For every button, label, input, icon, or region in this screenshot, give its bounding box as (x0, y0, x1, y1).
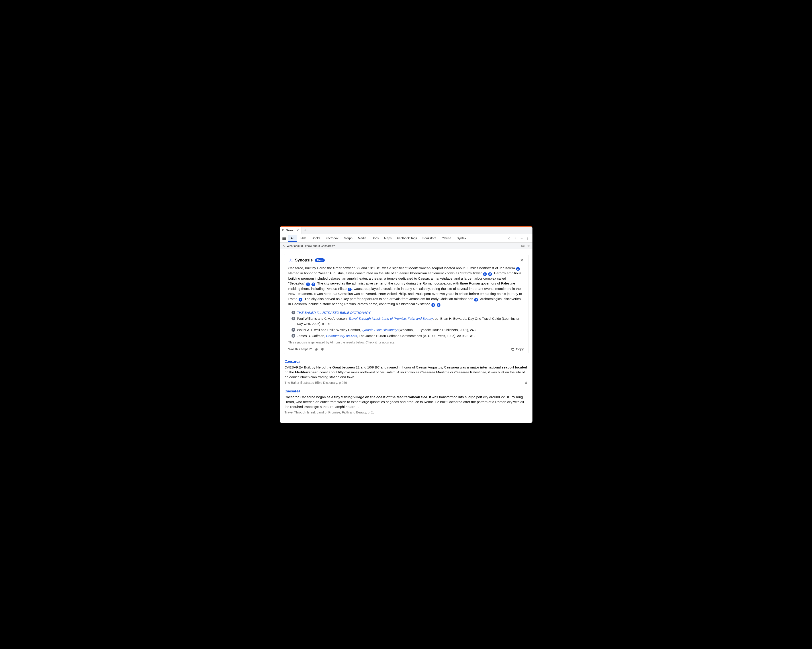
nav-dropdown-button[interactable] (519, 236, 525, 241)
reference-link[interactable]: THE BAKER ILLUSTRATED BIBLE DICTIONARY (297, 311, 371, 314)
result-title[interactable]: Caesarea (285, 389, 528, 393)
content-area: Synopsis New ✕ Caesarea, built by Herod … (280, 249, 533, 423)
reference-item: 1THE BAKER ILLUSTRATED BIBLE DICTIONARY. (292, 310, 524, 315)
keyboard-icon[interactable] (521, 245, 525, 247)
synopsis-footer: Was this helpful? Copy (288, 347, 524, 351)
toolbar-item-syntax[interactable]: Syntax (454, 235, 469, 242)
svg-line-1 (284, 231, 284, 231)
reference-item: 3Walter A. Elwell and Philip Wesley Comf… (292, 327, 524, 332)
svg-point-4 (527, 239, 528, 240)
svg-rect-12 (512, 349, 514, 350)
citation-badge-3[interactable]: 3 (348, 288, 352, 291)
star-icon[interactable]: ★ (527, 244, 530, 248)
synopsis-title: Synopsis (295, 258, 313, 262)
reference-list: 1THE BAKER ILLUSTRATED BIBLE DICTIONARY.… (292, 310, 524, 338)
results-list: CaesareaCAESAREA Built by Herod the Grea… (284, 360, 528, 414)
toolbar-item-bible[interactable]: Bible (297, 235, 309, 242)
close-synopsis-button[interactable]: ✕ (520, 258, 524, 262)
nav-back-button[interactable] (506, 236, 512, 241)
citation-badge-2[interactable]: 2 (488, 272, 492, 276)
result-snippet: Caesarea Caesarea began as a tiny fishin… (285, 395, 528, 409)
svg-point-2 (527, 237, 528, 238)
citation-badge-2[interactable]: 2 (311, 282, 315, 286)
toolbar-item-factbook[interactable]: Factbook (323, 235, 341, 242)
citation-badge-3[interactable]: 3 (299, 298, 302, 302)
result-snippet: CAESAREA Built by Herod the Great betwee… (285, 365, 528, 379)
synopsis-body: Caesarea, built by Herod the Great betwe… (288, 266, 524, 307)
reference-item: 2Paul Williams and Clive Anderson, Trave… (292, 316, 524, 326)
reference-link[interactable]: Tyndale Bible Dictionary (362, 328, 397, 332)
tab-label: Search (286, 229, 295, 232)
copy-icon (511, 347, 514, 351)
svg-point-0 (282, 229, 284, 231)
citation-badge-1[interactable]: 1 (483, 272, 487, 276)
synopsis-card: Synopsis New ✕ Caesarea, built by Herod … (284, 254, 528, 354)
kebab-menu-button[interactable] (525, 236, 531, 241)
new-tab-button[interactable]: + (301, 227, 309, 234)
synopsis-header: Synopsis New ✕ (288, 258, 524, 262)
close-icon[interactable]: ✕ (297, 229, 299, 232)
sparkle-icon (288, 258, 293, 262)
nav-forward-button[interactable] (513, 236, 518, 241)
citation-badge-4[interactable]: 4 (474, 298, 478, 302)
reference-number: 3 (292, 328, 295, 332)
toolbar-item-bookstore[interactable]: Bookstore (420, 235, 439, 242)
tab-bar: Search ✕ + (280, 227, 533, 234)
result-source: The Baker Illustrated Bible Dictionary, … (285, 381, 528, 384)
citation-badge-1[interactable]: 1 (306, 282, 310, 286)
toolbar-item-media[interactable]: Media (355, 235, 369, 242)
search-result: CaesareaCAESAREA Built by Herod the Grea… (285, 360, 528, 384)
reference-link[interactable]: Commentary on Acts (326, 334, 357, 338)
search-result: CaesareaCaesarea Caesarea began as a tin… (285, 389, 528, 414)
reference-text: Paul Williams and Clive Anderson, Travel… (297, 316, 524, 326)
thumbs-up-button[interactable] (314, 347, 318, 351)
copy-button[interactable]: Copy (511, 347, 524, 351)
toolbar-item-maps[interactable]: Maps (381, 235, 394, 242)
reference-text: Walter A. Elwell and Philip Wesley Comfo… (297, 327, 524, 332)
thumbs-down-button[interactable] (321, 347, 324, 351)
sparkle-icon (397, 341, 400, 344)
search-icon (282, 229, 285, 232)
ai-disclaimer: This synopsis is generated by AI from th… (288, 341, 524, 344)
app-window: Search ✕ + AllBibleBooksFactbookMorphMed… (280, 226, 533, 423)
reference-number: 2 (292, 317, 295, 320)
toolbar-item-morph[interactable]: Morph (341, 235, 356, 242)
lock-icon (525, 381, 528, 384)
reference-link[interactable]: Travel Through Israel: Land of Promise, … (348, 317, 433, 320)
svg-point-3 (527, 238, 528, 239)
reference-text: THE BAKER ILLUSTRATED BIBLE DICTIONARY. (297, 310, 524, 315)
citation-badge-1[interactable]: 1 (516, 267, 520, 271)
helpful-label: Was this helpful? (288, 347, 312, 351)
result-title[interactable]: Caesarea (285, 360, 528, 364)
reference-item: 4James B. Coffman, Commentary on Acts, T… (292, 333, 524, 338)
reference-number: 1 (292, 311, 295, 314)
citation-badge-3[interactable]: 3 (437, 303, 441, 307)
toolbar-item-factbook-tags[interactable]: Factbook Tags (394, 235, 420, 242)
query-text: What should I know about Caesarea? (287, 244, 335, 247)
query-bar[interactable]: What should I know about Caesarea? ★ (280, 243, 533, 249)
reference-number: 4 (292, 334, 295, 338)
sparkle-icon (282, 244, 285, 247)
new-badge: New (315, 258, 325, 262)
toolbar-item-docs[interactable]: Docs (369, 235, 382, 242)
citation-badge-2[interactable]: 2 (431, 303, 435, 307)
menu-icon[interactable] (282, 236, 287, 241)
toolbar: AllBibleBooksFactbookMorphMediaDocsMapsF… (280, 234, 533, 243)
reference-text: James B. Coffman, Commentary on Acts, Th… (297, 333, 524, 338)
toolbar-item-all[interactable]: All (288, 235, 297, 242)
toolbar-item-clause[interactable]: Clause (439, 235, 454, 242)
result-source: Travel Through Israel: Land of Promise, … (285, 411, 528, 414)
svg-rect-5 (521, 245, 525, 247)
toolbar-item-books[interactable]: Books (309, 235, 323, 242)
tab-search[interactable]: Search ✕ (280, 227, 301, 234)
